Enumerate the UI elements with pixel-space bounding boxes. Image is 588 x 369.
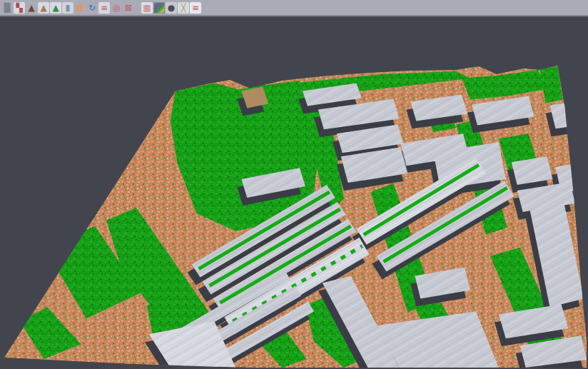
- sphere-view-icon[interactable]: ●: [166, 2, 177, 14]
- classified-points-icon[interactable]: ▚: [14, 2, 25, 14]
- grid-overlay-icon[interactable]: ▦: [141, 2, 153, 14]
- ortho-image-icon-glyph: ■: [76, 1, 83, 13]
- bare-earth-icon[interactable]: ▲: [38, 2, 49, 14]
- ortho-image-icon[interactable]: ■: [74, 2, 86, 14]
- point-cloud-icon-glyph: ▒: [4, 1, 10, 13]
- grid-overlay-icon-glyph: ▦: [143, 1, 151, 13]
- measure-flag-icon-glyph: ≡: [192, 1, 199, 13]
- terrain-surface-icon-glyph: ▲: [28, 1, 34, 13]
- target-center-icon[interactable]: ◎: [111, 2, 122, 14]
- target-center-icon-glyph: ◎: [113, 1, 120, 13]
- main-toolbar: ▒▚▲▲▲▮■↻≡◎⊠▦●╳≡: [0, 0, 588, 16]
- profile-column-icon-glyph: ▮: [66, 1, 71, 13]
- point-cloud-icon[interactable]: ▒: [1, 2, 13, 14]
- classified-points-icon-glyph: ▚: [16, 1, 22, 13]
- rotate-view-icon-glyph: ↻: [88, 1, 96, 13]
- rotate-view-icon[interactable]: ↻: [86, 2, 98, 14]
- colormap-icon[interactable]: [153, 2, 165, 14]
- contour-lines-icon-glyph: ≡: [101, 1, 108, 13]
- point-cloud-scene: [0, 16, 588, 368]
- zoom-extents-icon-glyph: ⊠: [125, 1, 132, 13]
- clip-plane-icon-glyph: ╳: [181, 1, 186, 13]
- zoom-extents-icon[interactable]: ⊠: [123, 2, 134, 14]
- profile-column-icon[interactable]: ▮: [62, 2, 74, 14]
- terrain-surface-icon[interactable]: ▲: [26, 2, 37, 14]
- clip-plane-icon[interactable]: ╳: [178, 2, 189, 14]
- canopy-model-icon-glyph: ▲: [52, 1, 59, 13]
- contour-lines-icon[interactable]: ≡: [98, 2, 110, 14]
- sphere-view-icon-glyph: ●: [168, 1, 175, 13]
- measure-flag-icon[interactable]: ≡: [190, 2, 201, 14]
- bare-earth-icon-glyph: ▲: [40, 1, 46, 13]
- canopy-model-icon[interactable]: ▲: [50, 2, 61, 14]
- 3d-viewport[interactable]: [0, 16, 588, 368]
